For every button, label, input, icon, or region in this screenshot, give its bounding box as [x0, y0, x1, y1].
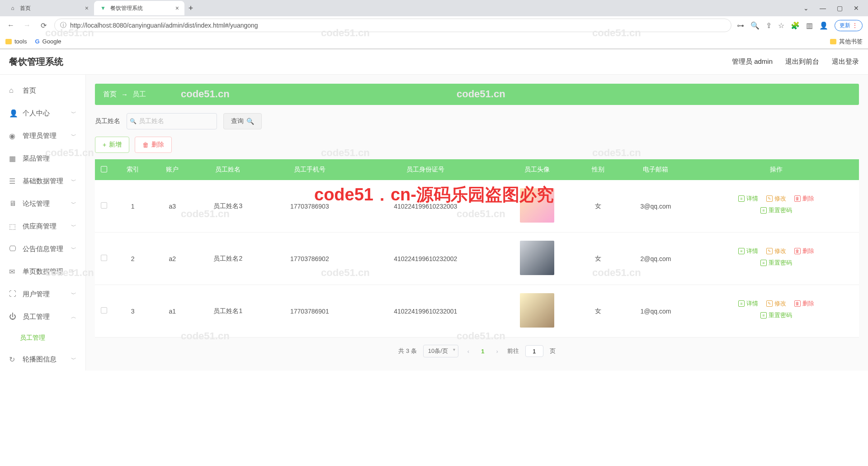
avatar-image — [520, 293, 554, 328]
breadcrumb-home[interactable]: 首页 — [103, 90, 117, 99]
sidebar-item-admin[interactable]: ◉管理员管理﹀ — [0, 124, 85, 147]
minimize-icon[interactable]: — — [820, 5, 826, 12]
cell-phone: 17703786901 — [264, 285, 355, 338]
sidebar-item-notice[interactable]: 🖵公告信息管理﹀ — [0, 238, 85, 260]
delete-button[interactable]: 🗑删除 — [135, 137, 172, 153]
sidebar-item-employee[interactable]: ⏻员工管理︿ — [0, 305, 85, 328]
cell-ops: ≡详情 ✎修改 🗑删除 ≡重置密码 — [693, 233, 859, 285]
vue-favicon-icon: ▼ — [99, 5, 107, 12]
col-account[interactable]: 账户 — [153, 159, 193, 180]
col-email[interactable]: 电子邮箱 — [618, 159, 693, 180]
logout-link[interactable]: 退出登录 — [832, 57, 859, 66]
col-gender[interactable]: 性别 — [579, 159, 618, 180]
cell-idcard: 410224199610232003 — [355, 180, 496, 233]
box-icon: ⬚ — [9, 222, 17, 231]
col-name[interactable]: 员工姓名 — [192, 159, 264, 180]
prev-page[interactable]: ‹ — [465, 348, 472, 355]
close-icon[interactable]: × — [175, 5, 179, 12]
page-number[interactable]: 1 — [478, 348, 487, 355]
delete-row-button[interactable]: 🗑删除 — [794, 300, 814, 308]
edit-button[interactable]: ✎修改 — [766, 300, 786, 308]
back-icon[interactable]: ← — [5, 20, 16, 31]
reset-icon: ≡ — [760, 260, 767, 266]
page-size-select[interactable]: 10条/页 — [423, 345, 458, 357]
bookmark-google[interactable]: GGoogle — [35, 38, 61, 45]
close-icon[interactable]: ✕ — [854, 5, 859, 12]
detail-button[interactable]: ≡详情 — [738, 195, 758, 203]
sidebar-item-dishes[interactable]: ▦菜品管理 — [0, 147, 85, 170]
maximize-icon[interactable]: ▢ — [837, 5, 843, 12]
detail-button[interactable]: ≡详情 — [738, 247, 758, 255]
search-row: 员工姓名 员工姓名 查询🔍 — [95, 113, 859, 129]
delete-row-button[interactable]: 🗑删除 — [794, 195, 814, 203]
site-info-icon[interactable]: ⓘ — [60, 21, 66, 29]
edit-button[interactable]: ✎修改 — [766, 195, 786, 203]
employee-table: 索引 账户 员工姓名 员工手机号 员工身份证号 员工头像 性别 电子邮箱 操作 … — [95, 159, 859, 338]
chevron-down-icon: ﹀ — [71, 245, 76, 253]
zoom-icon[interactable]: 🔍 — [750, 21, 760, 30]
profile-icon[interactable]: 👤 — [819, 21, 828, 30]
col-avatar[interactable]: 员工头像 — [496, 159, 579, 180]
row-checkbox[interactable] — [101, 202, 107, 209]
detail-button[interactable]: ≡详情 — [738, 300, 758, 308]
url-input[interactable]: ⓘ http://localhost:8080/canyinguanli/adm… — [54, 19, 731, 32]
sidebar-item-profile[interactable]: 👤个人中心﹀ — [0, 102, 85, 124]
sidebar-item-supplier[interactable]: ⬚供应商管理﹀ — [0, 215, 85, 238]
goto-input[interactable] — [525, 345, 543, 357]
logout-front-link[interactable]: 退出到前台 — [785, 57, 819, 66]
home-favicon-icon: ⌂ — [9, 5, 16, 12]
tab-app[interactable]: ▼ 餐饮管理系统 × — [94, 1, 184, 15]
sidebar-item-carousel[interactable]: ↻轮播图信息﹀ — [0, 348, 85, 371]
focus-icon: ⛶ — [9, 290, 17, 298]
chevron-down-icon: ﹀ — [71, 177, 76, 185]
app-header: 餐饮管理系统 管理员 admin 退出到前台 退出登录 — [0, 49, 868, 75]
main-content: 首页 → 员工 员工姓名 员工姓名 查询🔍 +新增 🗑删除 索引 账户 员工姓名… — [86, 75, 868, 371]
reset-password-button[interactable]: ≡重置密码 — [760, 311, 792, 319]
user-icon: 👤 — [9, 109, 17, 118]
sidebar-item-page[interactable]: ✉单页数据管理﹀ — [0, 260, 85, 283]
bookmark-tools[interactable]: tools — [5, 38, 27, 45]
sidebar-item-forum[interactable]: 🖥论坛管理﹀ — [0, 192, 85, 215]
key-icon[interactable]: ⊶ — [737, 21, 744, 30]
new-tab-button[interactable]: + — [184, 2, 197, 14]
plus-icon: + — [103, 141, 106, 148]
sidebar-sub-employee[interactable]: 员工管理 — [0, 328, 85, 348]
search-input[interactable]: 员工姓名 — [127, 113, 217, 129]
reload-icon[interactable]: ⟳ — [38, 20, 49, 31]
list-icon: ☰ — [9, 177, 17, 185]
col-index[interactable]: 索引 — [113, 159, 153, 180]
row-checkbox[interactable] — [101, 255, 107, 261]
col-phone[interactable]: 员工手机号 — [264, 159, 355, 180]
table-row: 1 a3 员工姓名3 17703786903 41022419961023200… — [95, 180, 859, 233]
chevron-down-icon: ﹀ — [71, 109, 76, 117]
forward-icon[interactable]: → — [22, 20, 33, 31]
cell-email: 3@qq.com — [618, 180, 693, 233]
delete-row-button[interactable]: 🗑删除 — [794, 247, 814, 255]
query-button[interactable]: 查询🔍 — [223, 113, 262, 129]
add-button[interactable]: +新增 — [95, 137, 129, 153]
sidebar-item-basedata[interactable]: ☰基础数据管理﹀ — [0, 170, 85, 192]
chevron-down-icon[interactable]: ⌄ — [803, 5, 809, 12]
sidebar-item-user[interactable]: ⛶用户管理﹀ — [0, 283, 85, 305]
chevron-down-icon: ﹀ — [71, 223, 76, 230]
star-icon[interactable]: ☆ — [778, 21, 784, 30]
goto-prefix: 前往 — [507, 347, 519, 355]
sidebar-item-home[interactable]: ⌂首页 — [0, 79, 85, 102]
sidepanel-icon[interactable]: ▥ — [806, 21, 813, 30]
bookmark-other[interactable]: 其他书签 — [830, 38, 863, 46]
extensions-icon[interactable]: 🧩 — [791, 21, 800, 30]
next-page[interactable]: › — [493, 348, 500, 355]
close-icon[interactable]: × — [85, 5, 89, 12]
reset-password-button[interactable]: ≡重置密码 — [760, 206, 792, 214]
reset-password-button[interactable]: ≡重置密码 — [760, 259, 792, 267]
share-icon[interactable]: ⇪ — [766, 21, 772, 30]
row-checkbox[interactable] — [101, 307, 107, 314]
update-button[interactable]: 更新⋮ — [835, 20, 863, 31]
monitor-icon: 🖥 — [9, 200, 17, 208]
tab-home[interactable]: ⌂ 首页 × — [4, 1, 94, 15]
select-all-checkbox[interactable] — [101, 166, 107, 172]
cell-gender: 女 — [579, 285, 618, 338]
col-idcard[interactable]: 员工身份证号 — [355, 159, 496, 180]
edit-button[interactable]: ✎修改 — [766, 247, 786, 255]
cell-idcard: 410224199610232002 — [355, 233, 496, 285]
